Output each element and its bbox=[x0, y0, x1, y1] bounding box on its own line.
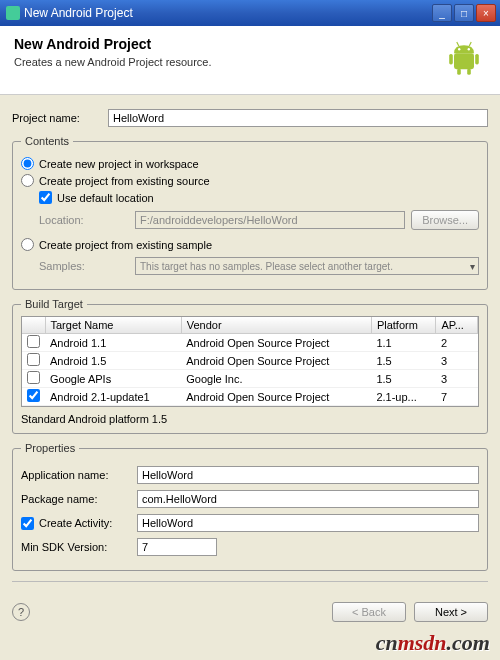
target-check[interactable] bbox=[27, 353, 40, 366]
radio-create-new-input[interactable] bbox=[21, 157, 34, 170]
svg-rect-7 bbox=[457, 68, 461, 74]
table-row[interactable]: Android 1.1Android Open Source Project1.… bbox=[22, 334, 478, 352]
project-name-row: Project name: bbox=[12, 109, 488, 127]
cell-api: 3 bbox=[436, 370, 478, 388]
radio-from-source-input[interactable] bbox=[21, 174, 34, 187]
pkg-name-input[interactable] bbox=[137, 490, 479, 508]
col-vendor[interactable]: Vendor bbox=[181, 317, 371, 334]
target-check[interactable] bbox=[27, 371, 40, 384]
wizard-footer: ? < Back Next > bbox=[0, 596, 500, 628]
close-button[interactable]: × bbox=[476, 4, 496, 22]
svg-rect-0 bbox=[454, 53, 474, 69]
target-check[interactable] bbox=[27, 389, 40, 402]
radio-from-source[interactable]: Create project from existing source bbox=[21, 174, 479, 187]
svg-line-3 bbox=[457, 42, 459, 46]
min-sdk-row: Min SDK Version: bbox=[21, 538, 479, 556]
table-row[interactable]: Android 2.1-update1Android Open Source P… bbox=[22, 388, 478, 406]
page-title: New Android Project bbox=[14, 36, 442, 52]
table-row[interactable]: Android 1.5Android Open Source Project1.… bbox=[22, 352, 478, 370]
app-icon bbox=[6, 6, 20, 20]
android-icon bbox=[442, 36, 486, 80]
radio-create-new-label: Create new project in workspace bbox=[39, 158, 199, 170]
target-check[interactable] bbox=[27, 335, 40, 348]
cell-vendor: Android Open Source Project bbox=[181, 388, 371, 406]
radio-from-source-label: Create project from existing source bbox=[39, 175, 210, 187]
cell-platform: 1.5 bbox=[371, 370, 436, 388]
samples-dropdown: This target has no samples. Please selec… bbox=[135, 257, 479, 275]
properties-fieldset: Properties Application name: Package nam… bbox=[12, 442, 488, 571]
col-platform[interactable]: Platform bbox=[371, 317, 436, 334]
window-titlebar: New Android Project _ □ × bbox=[0, 0, 500, 26]
svg-point-2 bbox=[468, 48, 470, 50]
app-name-label: Application name: bbox=[21, 469, 131, 481]
cell-api: 2 bbox=[436, 334, 478, 352]
svg-point-1 bbox=[458, 48, 460, 50]
back-button: < Back bbox=[332, 602, 406, 622]
cell-vendor: Android Open Source Project bbox=[181, 334, 371, 352]
check-default-location-label: Use default location bbox=[57, 192, 154, 204]
cell-vendor: Google Inc. bbox=[181, 370, 371, 388]
window-title: New Android Project bbox=[24, 6, 432, 20]
next-button[interactable]: Next > bbox=[414, 602, 488, 622]
platform-note: Standard Android platform 1.5 bbox=[21, 413, 479, 425]
min-sdk-input[interactable] bbox=[137, 538, 217, 556]
cell-api: 7 bbox=[436, 388, 478, 406]
cell-name: Android 2.1-update1 bbox=[45, 388, 181, 406]
location-label: Location: bbox=[39, 214, 129, 226]
cell-name: Android 1.1 bbox=[45, 334, 181, 352]
cell-platform: 1.5 bbox=[371, 352, 436, 370]
cell-name: Google APIs bbox=[45, 370, 181, 388]
svg-rect-6 bbox=[475, 54, 479, 64]
location-input bbox=[135, 211, 405, 229]
activity-name-input[interactable] bbox=[137, 514, 479, 532]
col-target-name[interactable]: Target Name bbox=[45, 317, 181, 334]
cell-vendor: Android Open Source Project bbox=[181, 352, 371, 370]
create-activity-label: Create Activity: bbox=[39, 517, 112, 529]
create-activity-check[interactable] bbox=[21, 517, 34, 530]
app-name-input[interactable] bbox=[137, 466, 479, 484]
pkg-name-label: Package name: bbox=[21, 493, 131, 505]
contents-legend: Contents bbox=[21, 135, 73, 147]
browse-button: Browse... bbox=[411, 210, 479, 230]
activity-row: Create Activity: bbox=[21, 514, 479, 532]
table-row[interactable]: Google APIsGoogle Inc.1.53 bbox=[22, 370, 478, 388]
check-default-location[interactable]: Use default location bbox=[39, 191, 479, 204]
col-api[interactable]: AP... bbox=[436, 317, 478, 334]
maximize-button[interactable]: □ bbox=[454, 4, 474, 22]
build-target-fieldset: Build Target Target Name Vendor Platform… bbox=[12, 298, 488, 434]
radio-create-new[interactable]: Create new project in workspace bbox=[21, 157, 479, 170]
radio-from-sample[interactable]: Create project from existing sample bbox=[21, 238, 479, 251]
cell-api: 3 bbox=[436, 352, 478, 370]
target-table[interactable]: Target Name Vendor Platform AP... Androi… bbox=[21, 316, 479, 407]
help-button[interactable]: ? bbox=[12, 603, 30, 621]
check-default-location-input[interactable] bbox=[39, 191, 52, 204]
properties-legend: Properties bbox=[21, 442, 79, 454]
window-controls: _ □ × bbox=[432, 4, 496, 22]
min-sdk-label: Min SDK Version: bbox=[21, 541, 131, 553]
cell-name: Android 1.5 bbox=[45, 352, 181, 370]
contents-fieldset: Contents Create new project in workspace… bbox=[12, 135, 488, 290]
svg-line-4 bbox=[469, 42, 471, 46]
radio-from-sample-label: Create project from existing sample bbox=[39, 239, 212, 251]
samples-label: Samples: bbox=[39, 260, 129, 272]
watermark: cnmsdn.com bbox=[376, 630, 490, 656]
samples-row: Samples: This target has no samples. Ple… bbox=[39, 257, 479, 275]
location-row: Location: Browse... bbox=[39, 210, 479, 230]
cell-platform: 1.1 bbox=[371, 334, 436, 352]
svg-rect-8 bbox=[467, 68, 471, 74]
pkg-name-row: Package name: bbox=[21, 490, 479, 508]
minimize-button[interactable]: _ bbox=[432, 4, 452, 22]
table-header-row: Target Name Vendor Platform AP... bbox=[22, 317, 478, 334]
separator bbox=[12, 581, 488, 582]
page-subtitle: Creates a new Android Project resource. bbox=[14, 56, 442, 68]
project-name-input[interactable] bbox=[108, 109, 488, 127]
build-target-legend: Build Target bbox=[21, 298, 87, 310]
dialog-header: New Android Project Creates a new Androi… bbox=[0, 26, 500, 95]
project-name-label: Project name: bbox=[12, 112, 102, 124]
radio-from-sample-input[interactable] bbox=[21, 238, 34, 251]
cell-platform: 2.1-up... bbox=[371, 388, 436, 406]
svg-rect-5 bbox=[449, 54, 453, 64]
samples-placeholder: This target has no samples. Please selec… bbox=[140, 261, 393, 272]
app-name-row: Application name: bbox=[21, 466, 479, 484]
